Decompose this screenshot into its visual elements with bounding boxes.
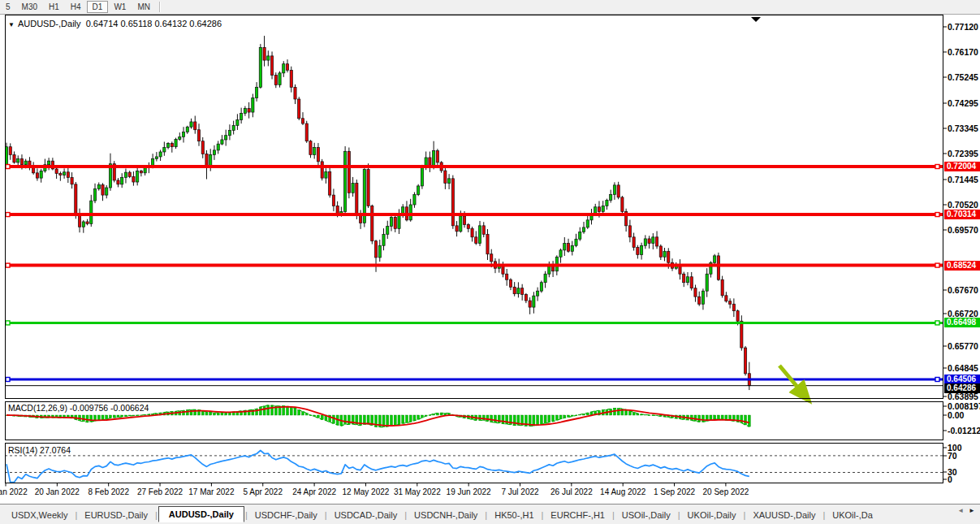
chart-tab-eurchf-h1[interactable]: EURCHF-,H1 bbox=[544, 508, 611, 522]
chart-tab-usdchf-daily[interactable]: USDCHF-,Daily bbox=[248, 508, 324, 522]
chart-tab-bar: USDX,Weekly|EURUSD-,Daily|AUDUSD-,Daily|… bbox=[0, 504, 980, 524]
date-label: 24 Apr 2022 bbox=[286, 487, 343, 496]
chart-tab-usdx-weekly[interactable]: USDX,Weekly bbox=[5, 508, 74, 522]
axis-tick-label: 0.71445 bbox=[948, 175, 978, 184]
timeframe-button-d1[interactable]: D1 bbox=[87, 1, 109, 13]
chart-tab-xauusd-daily[interactable]: XAUUSD-,Daily bbox=[746, 508, 822, 522]
timeframe-button-h1[interactable]: H1 bbox=[43, 1, 65, 13]
date-label: 8 Feb 2022 bbox=[80, 487, 137, 496]
tab-separator: | bbox=[245, 510, 248, 520]
chart-tab-audusd-daily[interactable]: AUDUSD-,Daily bbox=[158, 506, 244, 522]
axis-tick-label: 0.00 bbox=[948, 410, 964, 420]
date-label: 1 Sep 2022 bbox=[646, 487, 703, 496]
axis-tick-label: -0.012123 bbox=[948, 426, 980, 435]
date-label: 20 Sep 2022 bbox=[697, 487, 754, 496]
chart-tab-ukoil-daily[interactable]: UKOil-,Daily bbox=[681, 508, 743, 522]
timeframe-button-h4[interactable]: H4 bbox=[65, 1, 87, 13]
rsi-indicator-label: RSI(14) 27.0764 bbox=[8, 445, 71, 455]
axis-tick-label: 0.69570 bbox=[948, 225, 978, 235]
price-level-badge: 0.64286 bbox=[944, 383, 980, 393]
chart-ohlc-values: 0.64714 0.65118 0.64132 0.64286 bbox=[86, 19, 222, 28]
axis-tick-label: 0 bbox=[948, 474, 952, 484]
price-level-badge: 0.66498 bbox=[944, 318, 980, 327]
chart-tab-hk50-h1[interactable]: HK50-,H1 bbox=[488, 508, 540, 522]
timeframe-button-w1[interactable]: W1 bbox=[108, 1, 132, 13]
chart-tab-ukoil-da[interactable]: UKOil-,Da bbox=[826, 508, 879, 522]
date-label: 5 Apr 2022 bbox=[235, 487, 291, 496]
axis-tick-label: 0.75245 bbox=[948, 72, 978, 82]
tab-separator: | bbox=[75, 510, 77, 520]
chart-tab-eurusd-daily[interactable]: EURUSD-,Daily bbox=[78, 508, 154, 522]
axis-tick-label: 0.77120 bbox=[948, 22, 978, 32]
tab-separator: | bbox=[744, 510, 746, 520]
chart-symbol-label: AUDUSD-,Daily bbox=[18, 19, 81, 28]
date-label: 17 Mar 2022 bbox=[183, 487, 240, 496]
tab-scroll-left-icon[interactable]: ◄ bbox=[957, 507, 964, 514]
axis-tick-label: 70 bbox=[948, 451, 957, 461]
chart-tab-usoil-daily[interactable]: USOil-,Daily bbox=[615, 508, 677, 522]
tab-separator: | bbox=[822, 510, 825, 520]
axis-tick-label: 0.74295 bbox=[948, 98, 978, 108]
date-label: 26 Jul 2022 bbox=[543, 487, 600, 496]
tab-scroll-right-icon[interactable]: ► bbox=[969, 507, 975, 514]
axis-tick-label: 0.64845 bbox=[948, 363, 978, 373]
timeframe-button-5[interactable]: 5 bbox=[0, 1, 16, 13]
date-label: 31 May 2022 bbox=[389, 487, 446, 496]
axis-tick-label: 0.65770 bbox=[948, 341, 978, 351]
tab-separator: | bbox=[612, 510, 615, 520]
date-label: 7 Jul 2022 bbox=[492, 487, 549, 496]
chart-tab-usdcad-daily[interactable]: USDCAD-,Daily bbox=[328, 508, 404, 522]
date-label: 27 Feb 2022 bbox=[132, 487, 188, 496]
price-level-badge: 0.68524 bbox=[944, 261, 980, 271]
timeframe-toolbar: 5M30H1H4D1W1MN bbox=[0, 0, 980, 15]
date-label: 12 May 2022 bbox=[337, 487, 394, 496]
tab-separator: | bbox=[542, 510, 544, 520]
tab-separator: | bbox=[678, 510, 680, 520]
axis-tick-label: 0.70520 bbox=[948, 200, 978, 210]
tab-separator: | bbox=[155, 510, 158, 520]
toolbar-separator bbox=[159, 2, 161, 12]
chart-title: ▼AUDUSD-,Daily 0.64714 0.65118 0.64132 0… bbox=[8, 19, 222, 28]
price-level-badge: 0.70314 bbox=[944, 210, 980, 219]
date-label: 20 Jan 2022 bbox=[28, 487, 85, 496]
axis-tick-label: 0.72395 bbox=[948, 149, 978, 158]
timeframe-button-mn[interactable]: MN bbox=[132, 1, 156, 13]
date-label: 14 Aug 2022 bbox=[594, 487, 651, 496]
timeframe-button-m30[interactable]: M30 bbox=[16, 1, 43, 13]
tab-scroll-arrows: ◄ ► bbox=[954, 505, 978, 516]
axis-tick-label: 0.76170 bbox=[948, 47, 978, 57]
tab-separator: | bbox=[404, 510, 407, 520]
symbol-dropdown-icon[interactable]: ▼ bbox=[8, 21, 15, 28]
date-label: 19 Jun 2022 bbox=[440, 487, 497, 496]
chart-canvas[interactable] bbox=[0, 0, 980, 524]
mt4-window: 5M30H1H4D1W1MN ▼AUDUSD-,Daily 0.64714 0.… bbox=[0, 0, 980, 524]
chart-tab-usdcnh-daily[interactable]: USDCNH-,Daily bbox=[408, 508, 484, 522]
tab-separator: | bbox=[485, 510, 487, 520]
macd-indicator-label: MACD(12,26,9) -0.009756 -0.006624 bbox=[8, 403, 149, 413]
price-level-badge: 0.72004 bbox=[944, 162, 980, 171]
axis-tick-label: 0.73345 bbox=[948, 123, 978, 133]
axis-tick-label: 0.67670 bbox=[948, 285, 978, 295]
tab-separator: | bbox=[325, 510, 327, 520]
